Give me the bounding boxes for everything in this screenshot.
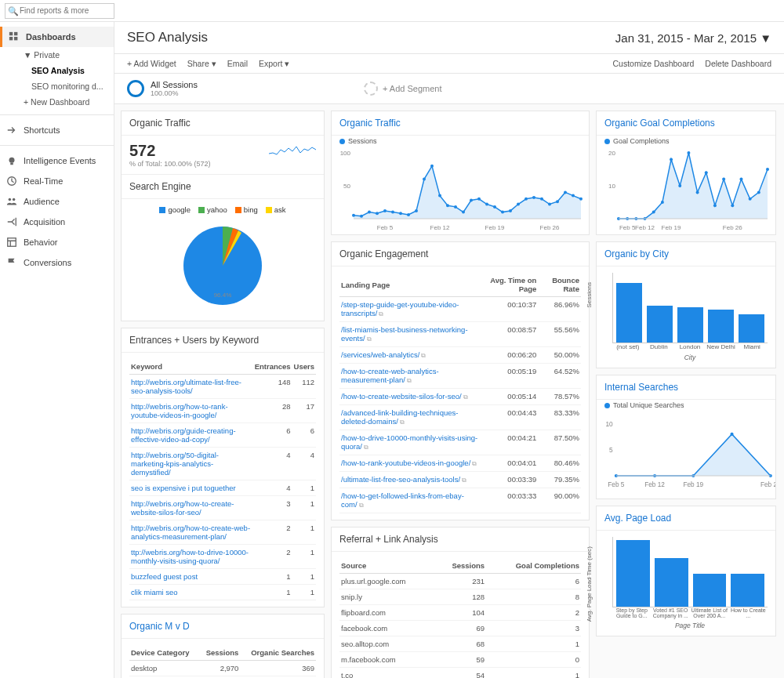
nav-intelligence[interactable]: Intelligence Events — [0, 150, 114, 171]
svg-point-55 — [670, 158, 673, 161]
svg-point-4 — [9, 158, 15, 163]
table-row[interactable]: m.facebook.com590 — [339, 652, 581, 668]
widget-organic-traffic-chart: Organic Traffic Sessions 10050Feb 5Feb 1… — [331, 111, 590, 235]
nav-dashboards[interactable]: Dashboards — [0, 27, 114, 47]
svg-point-21 — [423, 178, 426, 181]
svg-point-34 — [524, 198, 528, 201]
svg-point-17 — [391, 211, 394, 214]
table-row[interactable]: /how-to-create-web-analytics-measurement… — [339, 364, 581, 389]
svg-rect-5 — [10, 163, 13, 165]
table-row[interactable]: buzzfeed guest post11 — [129, 569, 316, 585]
table-row[interactable]: http://webris.org/ultimate-list-free-seo… — [129, 375, 316, 399]
table-row[interactable]: http://webris.org/50-digital-marketing-k… — [129, 448, 316, 480]
nav-realtime[interactable]: Real-Time — [0, 171, 114, 191]
external-link-icon[interactable]: ⧉ — [364, 444, 368, 451]
search-input[interactable] — [5, 3, 114, 19]
svg-point-7 — [9, 198, 12, 201]
table-row[interactable]: t.co541 — [339, 668, 581, 679]
table-row[interactable]: seo is expensive i put toguether41 — [129, 480, 316, 496]
svg-point-26 — [462, 211, 465, 214]
table-row[interactable]: snip.ly1288 — [339, 589, 581, 605]
behavior-icon — [6, 237, 17, 248]
external-link-icon[interactable]: ⧉ — [400, 419, 405, 426]
add-widget-button[interactable]: + Add Widget — [127, 59, 176, 68]
sparkline — [269, 142, 316, 158]
bar-chart-city — [612, 273, 768, 343]
svg-point-19 — [407, 213, 410, 216]
table-row[interactable]: /how-to-rank-youtube-videos-in-google/⧉0… — [339, 455, 581, 472]
pie-legend: google yahoo bing ask — [129, 205, 316, 214]
segment-all-sessions[interactable]: All Sessions — [151, 80, 198, 89]
table-row[interactable]: /how-to-create-website-silos-for-seo/⧉00… — [339, 389, 581, 405]
external-link-icon[interactable]: ⧉ — [359, 502, 364, 509]
table-row[interactable]: http://webris.org/how-to-rank-youtube-vi… — [129, 399, 316, 423]
external-link-icon[interactable]: ⧉ — [462, 477, 466, 484]
table-row[interactable]: facebook.com693 — [339, 621, 581, 636]
widget-goal-completions: Organic Goal Completions Goal Completion… — [596, 111, 776, 235]
nav-private[interactable]: ▼ Private — [0, 47, 114, 63]
table-row[interactable]: plus.url.google.com2316 — [339, 574, 581, 589]
organic-traffic-value: 572 — [129, 142, 210, 160]
svg-point-18 — [399, 212, 402, 215]
table-row[interactable]: desktop2,970369 — [129, 661, 316, 676]
segment-circle-icon — [127, 80, 144, 97]
table-row[interactable]: /list-miamis-best-business-networking-ev… — [339, 322, 581, 347]
table-row[interactable]: seo.alltop.com681 — [339, 636, 581, 652]
share-button[interactable]: Share ▾ — [187, 59, 216, 68]
table-row[interactable]: flipboard.com1042 — [339, 605, 581, 621]
export-button[interactable]: Export ▾ — [259, 59, 289, 68]
external-link-icon[interactable]: ⧉ — [407, 377, 412, 384]
nav-conversions[interactable]: Conversions — [0, 252, 114, 273]
nav-acquisition[interactable]: Acquisition — [0, 212, 114, 232]
table-row[interactable]: /how-to-drive-10000-monthly-visits-using… — [339, 430, 581, 455]
svg-point-23 — [438, 194, 441, 198]
svg-text:Feb 5: Feb 5 — [608, 480, 625, 488]
email-button[interactable]: Email — [227, 59, 248, 68]
table-row[interactable]: /how-to-get-followed-links-from-ebay-com… — [339, 488, 581, 513]
table-row[interactable]: http://webris.org/how-to-create-website-… — [129, 496, 316, 520]
nav-shortcuts[interactable]: Shortcuts — [0, 120, 114, 140]
external-link-icon[interactable]: ⧉ — [421, 352, 426, 359]
external-link-icon[interactable]: ⧉ — [463, 393, 468, 401]
table-row[interactable]: http://webris.org/guide-creating-effecti… — [129, 423, 316, 448]
table-row[interactable]: http://webris.org/how-to-create-web-anal… — [129, 520, 316, 545]
external-link-icon[interactable]: ⧉ — [472, 460, 477, 467]
nav-new-dashboard[interactable]: + New Dashboard — [0, 94, 114, 110]
svg-point-33 — [517, 203, 520, 206]
line-chart-traffic: 10050Feb 5Feb 12Feb 19Feb 26 — [332, 147, 589, 233]
nav-behavior[interactable]: Behavior — [0, 232, 114, 252]
customize-dashboard[interactable]: Customize Dashboard — [612, 59, 694, 68]
nav-audience[interactable]: Audience — [0, 191, 114, 212]
svg-text:Feb 26: Feb 26 — [540, 224, 560, 231]
svg-point-8 — [13, 198, 16, 201]
svg-point-63 — [739, 178, 742, 181]
table-row[interactable]: /ultimate-list-free-seo-analysis-tools/⧉… — [339, 472, 581, 488]
table-row[interactable]: clik miami seo11 — [129, 585, 316, 600]
table-row[interactable]: /services/web-analytics/⧉00:06:2050.00% — [339, 347, 581, 364]
svg-text:Feb 5: Feb 5 — [619, 224, 636, 231]
external-link-icon[interactable]: ⧉ — [379, 310, 383, 317]
date-range[interactable]: Jan 31, 2015 - Mar 2, 2015 ▼ — [615, 31, 771, 45]
external-link-icon[interactable]: ⧉ — [367, 335, 372, 343]
bar — [677, 307, 703, 343]
add-segment[interactable]: + Add Segment — [364, 82, 442, 96]
svg-point-54 — [661, 201, 664, 204]
bar — [655, 558, 688, 607]
bulb-icon — [6, 155, 17, 166]
svg-rect-0 — [9, 32, 13, 35]
widget-mvd: Organic M v D Device CategorySessionsOrg… — [121, 614, 325, 678]
svg-point-41 — [579, 198, 583, 201]
svg-point-38 — [556, 200, 559, 203]
table-row[interactable]: /step-step-guide-get-youtube-video-trans… — [339, 297, 581, 322]
bar — [731, 574, 764, 607]
table-row[interactable]: /advanced-link-building-techniques-delet… — [339, 405, 581, 430]
bar-chart-pageload — [612, 537, 768, 607]
svg-text:Feb 19: Feb 19 — [683, 480, 703, 488]
table-row[interactable]: ttp://webris.org/how-to-drive-10000-mont… — [129, 545, 316, 569]
nav-seo-analysis[interactable]: SEO Analysis — [0, 63, 114, 78]
svg-point-32 — [509, 209, 512, 212]
svg-text:Feb 19: Feb 19 — [662, 224, 681, 231]
delete-dashboard[interactable]: Delete Dashboard — [705, 59, 771, 68]
svg-point-15 — [376, 212, 379, 215]
nav-seo-monitoring[interactable]: SEO monitoring d... — [0, 78, 114, 94]
